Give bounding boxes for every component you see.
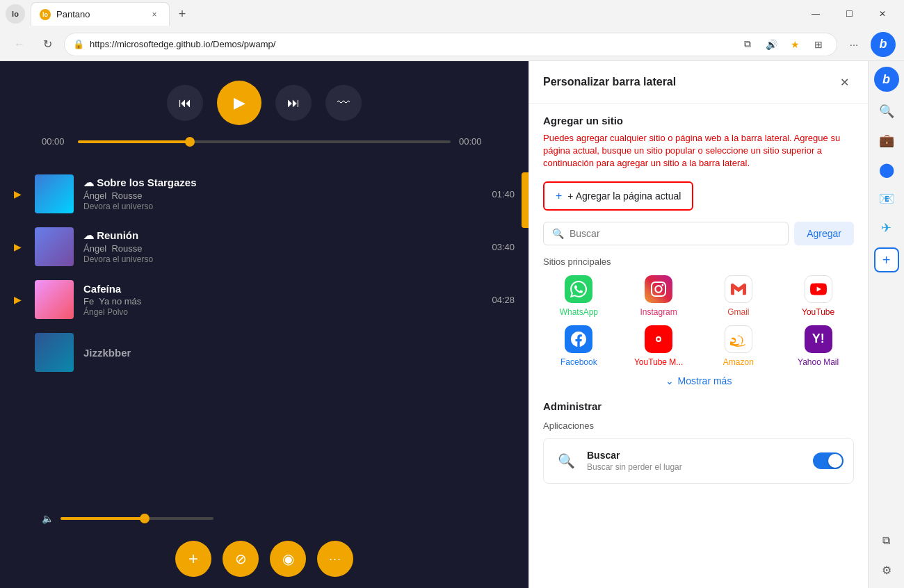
share-page-icon[interactable]: ⧉ (738, 35, 757, 54)
split-screen-button[interactable]: ⧉ (874, 528, 899, 553)
album-art (35, 333, 74, 372)
record-button[interactable]: ◉ (270, 541, 306, 577)
play-button[interactable]: ▶ (217, 81, 261, 125)
youtube-music-icon (645, 325, 672, 353)
tab-favicon: lo (40, 9, 51, 20)
gmail-icon (725, 275, 752, 303)
active-tab[interactable]: lo Pantano × (31, 2, 170, 26)
album-art (35, 174, 74, 213)
back-button[interactable]: ← (8, 33, 31, 56)
whatsapp-label: WhatsApp (560, 307, 598, 317)
track-artist: Ángel Rousse (83, 243, 482, 254)
window-controls-left: lo (6, 4, 25, 24)
app-desc: Buscar sin perder el lugar (587, 462, 805, 472)
site-item-facebook[interactable]: Facebook (543, 325, 615, 367)
sidebar-panel: Personalizar barra lateral ✕ Agregar un … (528, 61, 868, 588)
album-art (35, 280, 74, 319)
waveform-button[interactable]: 〰 (325, 85, 362, 121)
search-app-icon: 🔍 (554, 448, 579, 473)
title-bar: lo lo Pantano × + — ☐ ✕ (0, 0, 904, 28)
minimize-button[interactable]: — (800, 3, 832, 25)
chevron-down-icon: ⌄ (665, 375, 674, 386)
youtube-icon (805, 275, 832, 303)
track-duration: 01:40 (492, 189, 515, 199)
search-input[interactable] (570, 228, 780, 239)
lock-icon: 🔒 (73, 39, 84, 49)
track-title-text: ☁ Sobre los Stargazes (83, 177, 197, 189)
section-title: Agregar un sitio (543, 115, 854, 126)
bottom-controls: + ⊘ ◉ ··· (0, 530, 528, 588)
amazon-label: Amazon (723, 357, 754, 367)
browser-sidebar: b 🔍 💼 ⬤ 📧 ✈ + ⧉ ⚙ (868, 61, 904, 588)
instagram-icon (645, 275, 672, 303)
add-site-button[interactable]: Agregar (794, 222, 854, 245)
tab-bar: lo Pantano × + (31, 2, 794, 26)
gmail-label: Gmail (727, 307, 749, 317)
playlist-item[interactable]: Jizzkbber (0, 326, 528, 379)
time-start: 00:00 (42, 136, 70, 147)
favorites-icon[interactable]: ★ (785, 35, 805, 54)
site-item-instagram[interactable]: Instagram (623, 275, 695, 317)
add-current-page-button[interactable]: + + Agregar la página actual (543, 181, 693, 211)
url-bar[interactable]: 🔒 https://microsoftedge.github.io/Demos/… (64, 33, 837, 56)
panel-close-button[interactable]: ✕ (834, 72, 854, 92)
album-art (35, 227, 74, 266)
refresh-button[interactable]: ↻ (36, 33, 58, 56)
more-button[interactable]: ··· (317, 541, 353, 577)
settings-button[interactable]: ⚙ (874, 557, 899, 582)
site-item-yahoo-mail[interactable]: Y! Yahoo Mail (782, 325, 854, 367)
new-tab-button[interactable]: + (172, 4, 192, 24)
outlook-sidebar-button[interactable]: 📧 (874, 186, 899, 211)
site-item-youtube-music[interactable]: YouTube M... (623, 325, 695, 367)
discover-sidebar-button[interactable]: ⬤ (874, 157, 899, 182)
track-duration: 04:28 (492, 295, 515, 305)
music-player: ⏮ ▶ ⏭ 〰 00:00 00:00 (0, 61, 528, 588)
progress-track[interactable] (78, 140, 451, 143)
panel-title: Personalizar barra lateral (543, 76, 676, 88)
youtube-label: YouTube (802, 307, 834, 317)
search-input-wrap[interactable]: 🔍 (543, 222, 789, 245)
app-name: Buscar (587, 450, 805, 461)
volume-track[interactable] (60, 517, 213, 520)
search-toggle[interactable] (813, 452, 844, 469)
player-top: ⏮ ▶ ⏭ 〰 00:00 00:00 (0, 61, 528, 161)
next-button[interactable]: ⏭ (275, 85, 312, 121)
track-info: Jizzkbber (83, 347, 515, 359)
play-arrow-icon: ▶ (14, 188, 25, 199)
toolbar-icons: ··· (843, 33, 865, 56)
more-tools-button[interactable]: ··· (843, 33, 865, 56)
prev-button[interactable]: ⏮ (167, 85, 203, 121)
amazon-icon (725, 325, 752, 353)
collections-icon[interactable]: ⊞ (809, 35, 828, 54)
track-title-text: Jizzkbber (83, 347, 131, 359)
volume-fill (60, 517, 145, 520)
close-button[interactable]: ✕ (866, 3, 898, 25)
site-item-amazon[interactable]: Amazon (703, 325, 775, 367)
add-to-sidebar-button[interactable]: + (874, 247, 899, 272)
site-item-gmail[interactable]: Gmail (703, 275, 775, 317)
bing-button[interactable]: b (871, 32, 896, 57)
telegram-sidebar-button[interactable]: ✈ (874, 215, 899, 240)
search-sidebar-button[interactable]: 🔍 (874, 99, 899, 124)
tab-close-button[interactable]: × (148, 8, 161, 21)
add-button[interactable]: + (175, 541, 211, 577)
show-more-button[interactable]: ⌄ Mostrar más (543, 375, 854, 386)
playlist-item[interactable]: ▶ ☁ Sobre los Stargazes Ángel Rousse Dev… (0, 168, 528, 220)
search-app-icon-symbol: 🔍 (558, 452, 575, 469)
briefcase-sidebar-button[interactable]: 💼 (874, 128, 899, 153)
track-title: Cafeína (83, 283, 482, 295)
playlist-item[interactable]: ▶ Cafeína Fe Ya no más Ángel Polvo 04:28 (0, 273, 528, 326)
track-title-text: ☁ Reunión (83, 229, 138, 242)
maximize-button[interactable]: ☐ (833, 3, 865, 25)
read-aloud-icon[interactable]: 🔊 (761, 35, 781, 54)
bing-sidebar-icon[interactable]: b (874, 67, 899, 92)
site-item-whatsapp[interactable]: WhatsApp (543, 275, 615, 317)
add-current-label: + Agregar la página actual (567, 190, 681, 202)
profile-avatar[interactable]: lo (6, 4, 25, 24)
track-artist: Fe Ya no más (83, 296, 482, 307)
compass-button[interactable]: ⊘ (223, 541, 259, 577)
playlist-item[interactable]: ▶ ☁ Reunión Ángel Rousse Devora el unive… (0, 220, 528, 273)
progress-thumb (185, 137, 195, 147)
whatsapp-icon (565, 275, 592, 303)
site-item-youtube[interactable]: YouTube (782, 275, 854, 317)
